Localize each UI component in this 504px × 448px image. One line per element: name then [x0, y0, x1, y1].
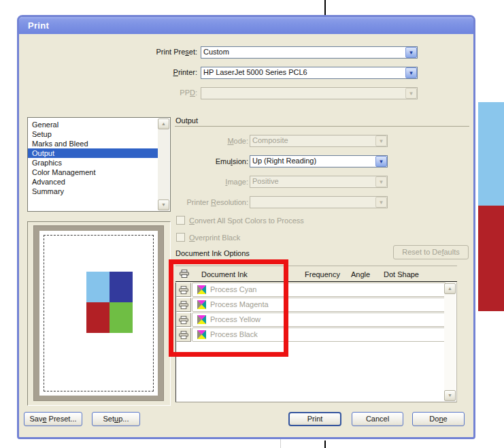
output-heading: Output: [175, 116, 198, 125]
print-preset-value: Custom: [203, 48, 404, 56]
print-preset-combo[interactable]: Custom ▼: [201, 46, 418, 59]
scroll-up-icon[interactable]: ▲: [444, 283, 456, 294]
save-preset-button[interactable]: Save Preset...: [24, 412, 82, 426]
process-color-icon: [197, 315, 206, 324]
table-row: Process Yellow: [176, 313, 456, 327]
page-preview-panel: [27, 221, 171, 406]
printer-label: Printer:: [73, 68, 197, 76]
chevron-down-icon: ▼: [375, 176, 387, 187]
preview-pasteboard: [33, 225, 164, 401]
chevron-down-icon[interactable]: ▼: [375, 156, 387, 167]
preview-swatch-green: [110, 302, 133, 333]
mode-label: Mode:: [121, 137, 248, 145]
table-row: Process Black: [176, 327, 456, 342]
ink-name: Process Magenta: [210, 300, 269, 308]
ink-name: Process Black: [210, 330, 258, 338]
printer-icon: [180, 270, 189, 278]
printer-resolution-combo: ▼: [250, 196, 388, 208]
section-divider: [175, 126, 469, 127]
page-guide-line-bottom: [324, 441, 326, 448]
chevron-down-icon: ▼: [375, 197, 387, 208]
column-header-angle: Angle: [351, 270, 370, 278]
convert-spot-colors-label: Convert All Spot Colors to Process: [189, 217, 304, 225]
dialog-title-bar[interactable]: Print: [19, 17, 473, 34]
process-color-icon: [197, 300, 206, 309]
background-blue-rectangle: [478, 102, 504, 206]
ppd-combo: ▼: [201, 87, 418, 99]
preview-swatch-lightblue: [86, 272, 110, 302]
reset-to-defaults-button: Reset to Defaults: [393, 245, 469, 259]
process-color-icon: [197, 285, 206, 294]
done-button[interactable]: Done: [412, 412, 465, 426]
dialog-title: Print: [19, 17, 473, 34]
chevron-down-icon[interactable]: ▼: [405, 67, 417, 78]
background-red-rectangle: [478, 206, 504, 311]
mode-value: Composite: [252, 136, 374, 144]
ink-print-toggle-button[interactable]: [176, 283, 191, 297]
printer-resolution-label: Printer Resolution:: [121, 198, 248, 206]
printer-combo[interactable]: HP LaserJet 5000 Series PCL6 ▼: [201, 67, 418, 79]
chevron-down-icon: ▼: [405, 88, 417, 99]
scroll-down-icon[interactable]: ▼: [444, 390, 456, 401]
ppd-label: PPD:: [73, 89, 197, 97]
printer-value: HP LaserJet 5000 Series PCL6: [203, 68, 404, 76]
page-guide-line-top: [324, 0, 326, 16]
overprint-black-checkbox: [176, 233, 185, 242]
process-color-icon: [197, 330, 206, 339]
column-header-dot-shape: Dot Shape: [384, 270, 419, 278]
overprint-black-label: Overprint Black: [189, 234, 240, 242]
ink-table: Process Cyan Process Magenta Process: [175, 283, 457, 402]
preview-swatch-red: [86, 302, 110, 333]
preview-swatch-darkblue: [110, 272, 133, 302]
ink-options-heading: Document Ink Options: [175, 249, 250, 257]
emulsion-value: Up (Right Reading): [252, 157, 374, 165]
print-button[interactable]: Print: [288, 412, 341, 426]
page-edge-line: [280, 439, 281, 448]
mode-combo: Composite ▼: [250, 135, 388, 147]
column-header-document-ink: Document Ink: [201, 270, 248, 278]
ink-table-header: Document Ink Frequency Angle Dot Shape: [175, 266, 457, 282]
cancel-button[interactable]: Cancel: [352, 412, 403, 426]
column-header-frequency: Frequency: [305, 270, 340, 278]
image-value: Positive: [252, 177, 374, 185]
ink-name: Process Cyan: [210, 285, 256, 293]
ink-print-toggle-button[interactable]: [176, 298, 191, 312]
print-dialog: Print Print Preset: Custom ▼ Printer: HP…: [17, 15, 475, 439]
print-preset-label: Print Preset:: [73, 48, 197, 56]
preview-page: [39, 231, 158, 396]
chevron-down-icon[interactable]: ▼: [405, 47, 417, 58]
ink-print-toggle-button[interactable]: [176, 313, 191, 327]
image-combo: Positive ▼: [250, 176, 388, 188]
setup-button[interactable]: Setup...: [92, 412, 140, 426]
sidebar-item-color-management[interactable]: Color Management: [28, 167, 158, 177]
sidebar-item-summary[interactable]: Summary: [28, 187, 158, 196]
sidebar-item-output[interactable]: Output: [28, 148, 158, 158]
ink-name: Process Yellow: [210, 315, 261, 323]
emulsion-label: Emulsion:: [121, 157, 248, 165]
ink-print-toggle-button[interactable]: [176, 327, 191, 342]
chevron-down-icon: ▼: [375, 135, 387, 146]
scroll-up-icon[interactable]: ▲: [158, 118, 169, 129]
sidebar-item-general[interactable]: General: [28, 120, 158, 129]
image-label: Image:: [121, 178, 248, 186]
table-row: Process Magenta: [176, 298, 456, 312]
emulsion-combo[interactable]: Up (Right Reading) ▼: [250, 155, 388, 167]
screenshot-canvas: Print Print Preset: Custom ▼ Printer: HP…: [0, 0, 504, 448]
ink-table-scrollbar[interactable]: ▲ ▼: [444, 283, 456, 401]
table-row: Process Cyan: [176, 283, 456, 297]
convert-spot-colors-checkbox: [176, 216, 185, 225]
